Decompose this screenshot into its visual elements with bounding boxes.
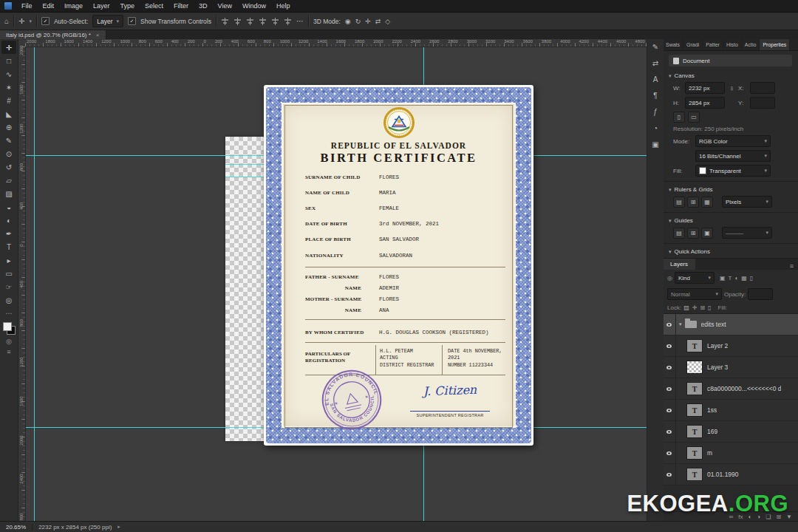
glyphs-panel-icon[interactable]: ƒ [653, 108, 658, 116]
hand-tool[interactable]: ☞ [1, 280, 16, 293]
clone-stamp-tool[interactable]: ⊙ [1, 147, 16, 160]
lock-position-icon[interactable]: ⊞ [700, 304, 705, 311]
menu-item[interactable]: Layer [88, 0, 115, 12]
quick-actions-section-header[interactable]: ▾ Quick Actions [663, 245, 798, 256]
filter-search-icon[interactable]: ◎ [667, 275, 672, 282]
screen-mode-icon[interactable]: ≡ [7, 348, 10, 355]
more-align-options-icon[interactable]: ⋯ [296, 17, 304, 25]
dodge-tool[interactable]: ◐ [1, 214, 16, 227]
history-panel-icon[interactable]: ◔ [653, 124, 658, 132]
birth-certificate-document[interactable]: REPUBLIC OF EL SALVADOR BIRTH CERTIFICAT… [264, 85, 533, 446]
magic-wand-tool[interactable]: ✶ [1, 81, 16, 94]
layer-row[interactable]: ▾ T Layer 3 [663, 357, 798, 378]
guide-vertical[interactable] [34, 47, 35, 522]
width-input[interactable]: 2232 px [685, 82, 725, 94]
group-chevron-icon[interactable]: ▾ [679, 321, 682, 327]
menu-item[interactable]: Filter [168, 0, 194, 12]
transparent-layer-strip[interactable] [225, 137, 264, 441]
menu-item[interactable]: View [213, 0, 237, 12]
quick-mask-icon[interactable]: ◎ [6, 338, 12, 345]
rulers-grids-section-header[interactable]: ▾ Rulers & Grids [663, 183, 798, 194]
panel-tab[interactable]: Swats [663, 39, 683, 50]
document-tab[interactable]: Italy id.psd @ 20.7% (RGB/16) * × [0, 30, 106, 39]
history-brush-tool[interactable]: ↺ [1, 160, 16, 174]
layer-row[interactable]: ▾ T 01.01.1990 [663, 464, 798, 485]
healing-brush-tool[interactable]: ⊕ [1, 120, 16, 134]
status-arrow-icon[interactable]: ▸ [117, 524, 120, 530]
blend-mode-dropdown[interactable]: Normal ▾ [667, 288, 722, 300]
clone-source-panel-icon[interactable]: ⇄ [652, 59, 658, 67]
visibility-toggle[interactable] [663, 400, 676, 420]
brush-settings-panel-icon[interactable]: ✎ [652, 43, 658, 51]
foreground-color-swatch[interactable] [3, 322, 12, 331]
document-type-row[interactable]: Document [669, 55, 792, 66]
layer-row[interactable]: ▾ T edits text [663, 314, 798, 335]
character-panel-icon[interactable]: A [653, 75, 658, 83]
layer-row[interactable]: ▾ T 169 [663, 421, 798, 443]
guide-style-dropdown[interactable]: ——— ▾ [722, 227, 772, 239]
3d-slide-icon[interactable]: ⇄ [375, 18, 381, 25]
filter-smart-object-icon[interactable]: ▯ [750, 275, 753, 282]
pen-tool[interactable]: ✒ [1, 227, 16, 240]
layer-name[interactable]: 169 [707, 428, 717, 435]
align-bottom-icon[interactable] [284, 18, 292, 25]
layer-name[interactable]: Layer 3 [707, 364, 728, 371]
visibility-toggle[interactable] [663, 335, 676, 356]
path-select-tool[interactable]: ▸ [1, 253, 16, 267]
bit-depth-dropdown[interactable]: 16 Bits/Channel ▾ [695, 150, 771, 162]
filter-shape-icon[interactable]: ▦ [741, 275, 747, 282]
menu-item[interactable]: File [16, 0, 38, 12]
canvas-section-header[interactable]: ▾ Canvas [663, 69, 798, 81]
layer-row[interactable]: ▾ T m [663, 443, 798, 464]
3d-scale-icon[interactable]: ◇ [385, 18, 390, 25]
lock-image-icon[interactable]: ✛ [692, 304, 698, 311]
libraries-panel-icon[interactable]: ▣ [652, 140, 658, 149]
panel-tab[interactable]: Properties [760, 39, 790, 50]
visibility-toggle[interactable] [663, 464, 676, 485]
layer-row[interactable]: ▾ T 1ss [663, 400, 798, 421]
panel-tab[interactable]: Gradi [683, 39, 703, 50]
lock-transparency-icon[interactable]: ▨ [683, 304, 689, 311]
layer-name[interactable]: 01.01.1990 [707, 471, 739, 478]
3d-pan-icon[interactable]: ✛ [365, 18, 371, 25]
fill-dropdown[interactable]: Transparent ▾ [695, 165, 771, 177]
lock-all-icon[interactable]: ▯ [708, 304, 711, 311]
panel-menu-icon[interactable]: ≡ [790, 262, 798, 270]
layer-row[interactable]: ▾ T c8a0000000...<<<<<<<0 d [663, 378, 798, 400]
opacity-input[interactable] [748, 288, 773, 300]
visibility-toggle[interactable] [663, 421, 676, 442]
menu-item[interactable]: 3D [194, 0, 213, 12]
eyedropper-tool[interactable]: ◣ [1, 107, 16, 120]
panel-tab[interactable]: Histo [723, 39, 742, 50]
grid-toggle-icon[interactable]: ⊞ [687, 197, 699, 208]
edit-toolbar-icon[interactable]: ⋯ [6, 310, 13, 317]
menu-item[interactable]: Type [115, 0, 140, 12]
horizontal-ruler[interactable]: 2000180016001400120010008006004002000200… [25, 39, 647, 47]
auto-select-target-dropdown[interactable]: Layer ▾ [92, 15, 123, 27]
align-left-icon[interactable] [221, 18, 229, 25]
filter-type-icon[interactable]: T [729, 275, 732, 282]
guides-section-header[interactable]: ▾ Guides [663, 214, 798, 225]
ruler-toggle-icon[interactable]: ▤ [673, 197, 685, 208]
align-top-icon[interactable] [259, 18, 267, 25]
close-icon[interactable]: × [96, 32, 100, 38]
align-right-icon[interactable] [246, 18, 254, 25]
menu-item[interactable]: Help [271, 0, 296, 12]
blur-tool[interactable]: ◒ [1, 200, 16, 214]
zoom-level[interactable]: 20.65% [6, 524, 26, 531]
brush-tool[interactable]: ✎ [1, 134, 16, 147]
x-input[interactable] [750, 82, 775, 94]
visibility-toggle[interactable] [663, 314, 676, 335]
layer-name[interactable]: m [707, 449, 712, 457]
kind-filter-dropdown[interactable]: Kind ▾ [675, 272, 715, 284]
canvas[interactable]: REPUBLIC OF EL SALVADOR BIRTH CERTIFICAT… [25, 47, 647, 522]
crop-tool[interactable]: # [1, 94, 16, 107]
visibility-toggle[interactable] [663, 357, 676, 378]
color-mode-dropdown[interactable]: RGB Color ▾ [695, 135, 771, 147]
new-guide-icon[interactable]: ▤ [673, 228, 685, 239]
current-tool-icon[interactable]: ✛ [18, 17, 24, 25]
paragraph-panel-icon[interactable]: ¶ [653, 92, 657, 100]
lasso-tool[interactable]: ∿ [1, 67, 16, 81]
layer-name[interactable]: Layer 2 [707, 342, 728, 349]
menu-item[interactable]: Window [237, 0, 271, 12]
